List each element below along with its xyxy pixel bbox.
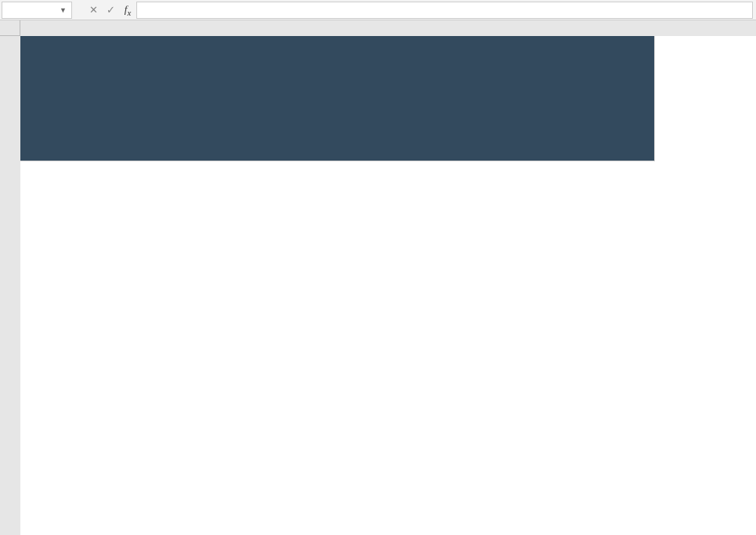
fx-icon[interactable]: fx: [119, 3, 136, 17]
cancel-icon: ✕: [85, 4, 102, 16]
formula-bar: ▼ ✕ ✓ fx: [0, 0, 756, 20]
column-headers: [20, 20, 756, 36]
chevron-down-icon[interactable]: ▼: [60, 6, 67, 14]
row-headers: [0, 20, 20, 535]
name-box[interactable]: ▼: [2, 2, 72, 19]
calendar-title: [20, 36, 655, 161]
formula-input[interactable]: [136, 2, 753, 19]
select-all-corner[interactable]: [0, 20, 20, 36]
enter-icon: ✓: [102, 4, 119, 16]
